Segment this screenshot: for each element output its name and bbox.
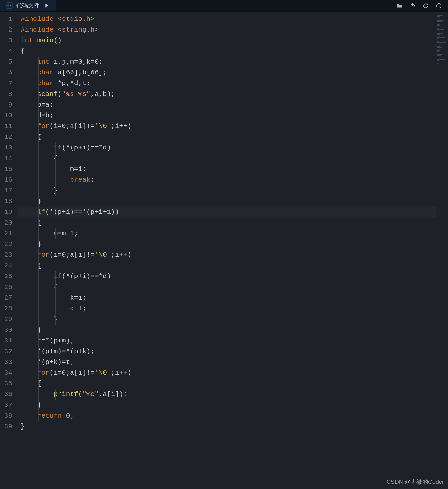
line-number: 13	[0, 142, 18, 153]
toolbar	[396, 0, 448, 11]
code-line[interactable]: t=*(p+m);	[18, 335, 436, 346]
code-line[interactable]: }	[18, 239, 436, 250]
code-line[interactable]: }	[18, 421, 436, 432]
line-number: 4	[0, 46, 18, 57]
line-number: 20	[0, 217, 18, 228]
code-line[interactable]: if(*(p+i)==*(p+i+1))	[18, 207, 436, 217]
line-number: 15	[0, 164, 18, 174]
code-line[interactable]: {	[18, 132, 436, 142]
code-line[interactable]: *(p+k)=t;	[18, 357, 436, 367]
code-line[interactable]: d=b;	[18, 110, 436, 121]
code-line[interactable]: return 0;	[18, 410, 436, 421]
code-line[interactable]: d++;	[18, 303, 436, 314]
line-number: 11	[0, 121, 18, 132]
line-number: 10	[0, 110, 18, 121]
line-number: 25	[0, 271, 18, 282]
code-line[interactable]: {	[18, 378, 436, 389]
code-line[interactable]: {	[18, 46, 436, 57]
line-number: 6	[0, 67, 18, 78]
code-line[interactable]: int i,j,m=0,k=0;	[18, 57, 436, 67]
line-number: 14	[0, 153, 18, 164]
line-number: 38	[0, 410, 18, 421]
refresh-icon[interactable]	[422, 2, 429, 9]
code-line[interactable]: char *p,*d,t;	[18, 78, 436, 89]
code-line[interactable]: k=i;	[18, 292, 436, 303]
line-number: 3	[0, 35, 18, 46]
code-line[interactable]: for(i=0;a[i]!='\0';i++)	[18, 367, 436, 378]
code-line[interactable]: char a[66],b[66];	[18, 67, 436, 78]
code-line[interactable]: #include <stdio.h>	[18, 14, 436, 24]
line-number: 34	[0, 367, 18, 378]
line-number: 18	[0, 196, 18, 207]
code-line[interactable]: {	[18, 260, 436, 271]
code-file-icon	[6, 2, 13, 9]
line-number: 29	[0, 314, 18, 325]
code-line[interactable]: {	[18, 282, 436, 292]
code-area[interactable]: #include <stdio.h>#include <string.h>int…	[18, 12, 436, 489]
tab-label: 代码文件	[16, 2, 40, 9]
line-number: 23	[0, 250, 18, 260]
line-number: 8	[0, 89, 18, 99]
play-icon[interactable]	[43, 2, 50, 9]
code-line[interactable]: p=a;	[18, 99, 436, 110]
history-icon[interactable]	[435, 2, 442, 9]
line-number: 17	[0, 185, 18, 196]
code-line[interactable]: #include <string.h>	[18, 24, 436, 35]
line-number: 39	[0, 421, 18, 432]
line-number: 36	[0, 389, 18, 400]
line-number: 31	[0, 335, 18, 346]
line-number: 26	[0, 282, 18, 292]
line-number: 21	[0, 228, 18, 239]
line-number: 5	[0, 57, 18, 67]
code-line[interactable]: for(i=0;a[i]!='\0';i++)	[18, 121, 436, 132]
code-line[interactable]: {	[18, 217, 436, 228]
line-number: 27	[0, 292, 18, 303]
code-line[interactable]: {	[18, 153, 436, 164]
code-line[interactable]: m=i;	[18, 164, 436, 174]
minimap[interactable]	[436, 12, 448, 489]
code-line[interactable]: m=m+1;	[18, 228, 436, 239]
line-number: 32	[0, 346, 18, 357]
line-number: 22	[0, 239, 18, 250]
code-line[interactable]: }	[18, 185, 436, 196]
line-number: 35	[0, 378, 18, 389]
line-number: 12	[0, 132, 18, 142]
line-number: 16	[0, 174, 18, 185]
line-number: 2	[0, 24, 18, 35]
line-number: 19	[0, 207, 18, 217]
code-line[interactable]: for(i=0;a[i]!='\0';i++)	[18, 250, 436, 260]
line-number: 30	[0, 325, 18, 335]
folder-icon[interactable]	[396, 2, 403, 9]
code-line[interactable]: if(*(p+i)==*d)	[18, 271, 436, 282]
undo-icon[interactable]	[409, 2, 416, 9]
watermark: CSDN @卑微的Coder	[387, 478, 444, 486]
line-number: 33	[0, 357, 18, 367]
code-line[interactable]: int main()	[18, 35, 436, 46]
line-number: 9	[0, 99, 18, 110]
code-line[interactable]: break;	[18, 174, 436, 185]
code-line[interactable]: }	[18, 314, 436, 325]
line-number-gutter: 1234567891011121314151617181920212223242…	[0, 12, 18, 489]
code-line[interactable]: if(*(p+i)==*d)	[18, 142, 436, 153]
tab-code-file[interactable]: 代码文件	[0, 0, 56, 11]
code-line[interactable]: *(p+m)=*(p+k);	[18, 346, 436, 357]
line-number: 1	[0, 14, 18, 24]
tab-bar: 代码文件	[0, 0, 448, 12]
line-number: 37	[0, 400, 18, 410]
code-line[interactable]: }	[18, 196, 436, 207]
code-line[interactable]: scanf("%s %s",a,b);	[18, 89, 436, 99]
code-line[interactable]: }	[18, 400, 436, 410]
editor: 1234567891011121314151617181920212223242…	[0, 12, 448, 489]
line-number: 28	[0, 303, 18, 314]
line-number: 24	[0, 260, 18, 271]
code-line[interactable]: }	[18, 325, 436, 335]
line-number: 7	[0, 78, 18, 89]
code-line[interactable]: printf("%c",a[i]);	[18, 389, 436, 400]
